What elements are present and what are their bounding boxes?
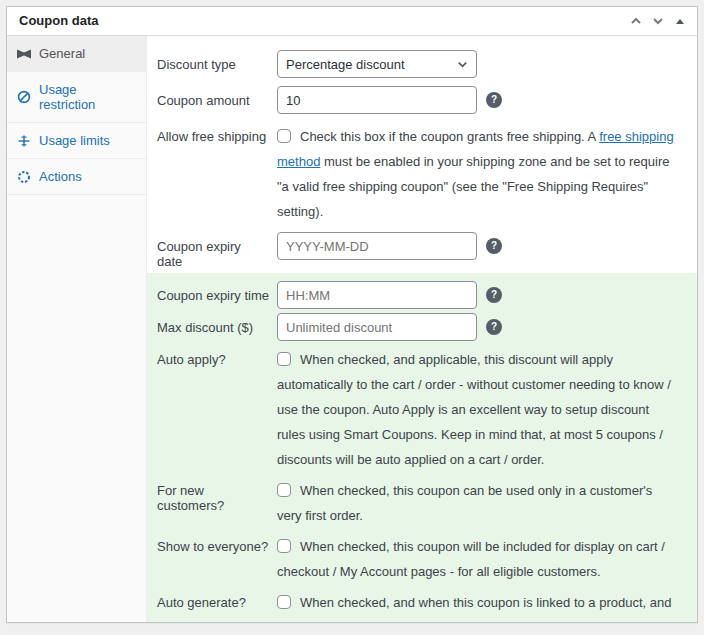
discount-type-select[interactable]: Percentage discount (277, 50, 477, 78)
free-shipping-checkbox[interactable] (277, 129, 291, 143)
help-icon[interactable]: ? (486, 238, 502, 254)
new-customers-description: When checked, this coupon can be used on… (277, 483, 652, 523)
metabox-handle-actions (625, 10, 697, 32)
free-shipping-description-cont: must be enabled in your shipping zone an… (277, 154, 669, 219)
move-up-button[interactable] (625, 10, 647, 32)
new-customers-row: For new customers? When checked, this co… (147, 474, 697, 530)
tab-usage-limits[interactable]: Usage limits (7, 123, 146, 159)
collapse-toggle-button[interactable] (669, 10, 691, 32)
auto-generate-row: Auto generate? When checked, and when th… (147, 586, 697, 622)
new-customers-label: For new customers? (157, 476, 269, 513)
show-everyone-checkbox[interactable] (277, 539, 291, 553)
tab-label: Usage limits (39, 133, 110, 148)
coupon-data-body: General Usage restriction Usage limits (7, 36, 697, 622)
discount-type-row: Discount type Percentage discount (147, 46, 697, 82)
auto-apply-label: Auto apply? (157, 345, 269, 367)
coupon-data-metabox: Coupon data General (6, 6, 698, 623)
circle-slash-icon (17, 90, 31, 104)
max-discount-input[interactable] (277, 313, 477, 341)
coupon-amount-label: Coupon amount (157, 86, 269, 108)
coupon-expiry-time-input[interactable] (277, 281, 477, 309)
show-everyone-description: When checked, this coupon will be includ… (277, 539, 665, 579)
chevron-up-icon (629, 14, 643, 28)
free-shipping-row: Allow free shipping Check this box if th… (147, 118, 697, 228)
metabox-header: Coupon data (7, 7, 697, 36)
chevron-down-icon (456, 58, 469, 71)
expiry-date-label: Coupon expiry date (157, 232, 269, 269)
coupon-data-tabs: General Usage restriction Usage limits (7, 36, 147, 622)
show-everyone-row: Show to everyone? When checked, this cou… (147, 530, 697, 586)
tab-actions[interactable]: Actions (7, 159, 146, 195)
tab-label: Usage restriction (39, 82, 136, 112)
crosshair-icon (17, 134, 31, 148)
expiry-time-row: Coupon expiry time ? (147, 279, 697, 311)
tab-usage-restriction[interactable]: Usage restriction (7, 72, 146, 123)
tab-general[interactable]: General (7, 36, 146, 72)
ticket-icon (17, 47, 31, 61)
general-section: Discount type Percentage discount Coupon… (147, 36, 697, 273)
auto-generate-label: Auto generate? (157, 588, 269, 610)
help-icon[interactable]: ? (486, 319, 502, 335)
free-shipping-description: Check this box if the coupon grants free… (300, 129, 599, 144)
help-icon[interactable]: ? (486, 92, 502, 108)
max-discount-label: Max discount ($) (157, 313, 269, 335)
general-tab-panel: Discount type Percentage discount Coupon… (147, 36, 697, 622)
dashed-circle-icon (17, 170, 31, 184)
move-down-button[interactable] (647, 10, 669, 32)
coupon-amount-input[interactable] (277, 86, 477, 114)
tab-label: Actions (39, 169, 82, 184)
expiry-date-row: Coupon expiry date ? (147, 228, 697, 273)
auto-generate-description: When checked, and when this coupon is li… (277, 595, 671, 622)
smart-coupons-section: Coupon expiry time ? Max discount ($) ? … (147, 273, 697, 622)
show-everyone-label: Show to everyone? (157, 532, 269, 554)
auto-apply-checkbox[interactable] (277, 352, 291, 366)
coupon-expiry-date-input[interactable] (277, 232, 477, 260)
tab-label: General (39, 46, 85, 61)
max-discount-row: Max discount ($) ? (147, 311, 697, 343)
auto-generate-checkbox[interactable] (277, 595, 291, 609)
expiry-time-label: Coupon expiry time (157, 281, 269, 303)
chevron-down-icon (651, 14, 665, 28)
free-shipping-label: Allow free shipping (157, 122, 269, 144)
auto-apply-row: Auto apply? When checked, and applicable… (147, 343, 697, 474)
discount-type-selected-value: Percentage discount (286, 57, 405, 72)
discount-type-label: Discount type (157, 50, 269, 72)
toggle-indicator-icon (676, 19, 684, 24)
new-customers-checkbox[interactable] (277, 483, 291, 497)
coupon-amount-row: Coupon amount ? (147, 82, 697, 118)
help-icon[interactable]: ? (486, 287, 502, 303)
metabox-title: Coupon data (7, 7, 110, 35)
auto-apply-description: When checked, and applicable, this disco… (277, 352, 671, 467)
